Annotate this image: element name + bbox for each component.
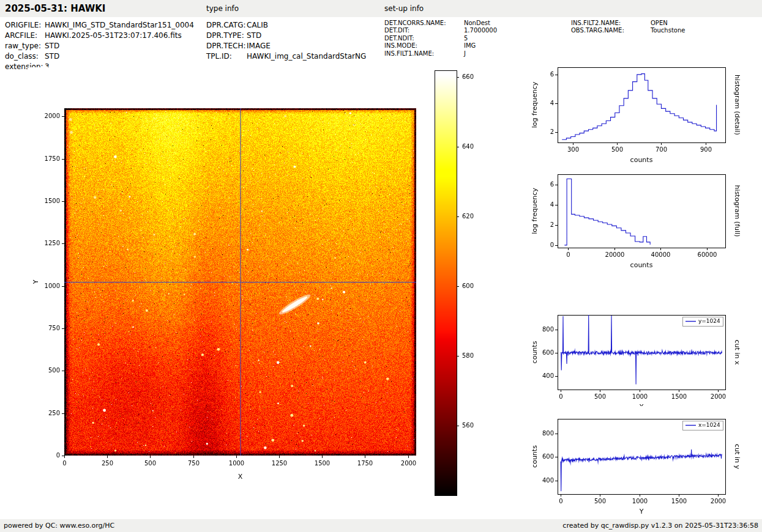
meta-label: INS.FILT2.NAME:: [571, 20, 651, 27]
header-bar: 2025-05-31: HAWKI type info set-up info: [0, 0, 762, 17]
meta-label: DPR.TYPE:: [206, 31, 247, 41]
meta-label: INS.MODE:: [384, 42, 464, 50]
meta-value: STD: [247, 31, 261, 41]
meta-value: CALIB: [247, 20, 268, 31]
meta-label: raw_type:: [5, 41, 45, 51]
meta-row: INS.FILT1.NAME:J: [384, 50, 497, 57]
meta-value: STD: [45, 51, 59, 62]
page-title: 2025-05-31: HAWKI: [5, 3, 105, 14]
meta-value: OPEN: [651, 20, 668, 27]
meta-label: ARCFILE:: [5, 31, 45, 41]
footer-left-text: powered by QC: www.eso.org/HC: [4, 522, 114, 530]
histogram-full-canvas: [526, 164, 762, 274]
meta-label: DET.NDIT:: [384, 35, 464, 42]
type-info-header: type info: [206, 4, 239, 13]
meta-value: HAWKI_img_cal_StandardStarNG: [247, 51, 366, 62]
meta-row: DET.NCORRS.NAME:NonDest: [384, 20, 497, 27]
meta-label: OBS.TARG.NAME:: [571, 27, 651, 34]
meta-value: HAWKI.2025-05-31T23:07:17.406.fits: [45, 31, 182, 41]
meta-row: DET.NDIT:5: [384, 35, 497, 42]
meta-row: OBS.TARG.NAME:Touchstone: [571, 27, 685, 34]
histogram-detail-canvas: [526, 56, 762, 165]
footer-right-text: created by qc_rawdisp.py v1.2.3 on 2025-…: [562, 522, 758, 530]
meta-row: DPR.CATG:CALIB: [206, 20, 366, 31]
meta-row: TPL.ID:HAWKI_img_cal_StandardStarNG: [206, 51, 366, 62]
setup-info-header: set-up info: [384, 4, 424, 13]
meta-row: ORIGFILE:HAWKI_IMG_STD_StandardStar151_0…: [5, 20, 194, 31]
raw-detector-image-canvas: [28, 67, 425, 495]
meta-row: DPR.TECH:IMAGE: [206, 41, 366, 51]
cut-in-x-canvas: [526, 304, 762, 415]
meta-row: DPR.TYPE:STD: [206, 31, 366, 41]
meta-row: do_class:STD: [5, 51, 194, 62]
meta-value: IMG: [464, 42, 476, 50]
meta-value: J: [464, 50, 466, 57]
meta-value: STD: [45, 41, 59, 51]
meta-row: INS.MODE:IMG: [384, 42, 497, 50]
meta-value: 5: [464, 35, 468, 42]
meta-value: 1.7000000: [464, 27, 497, 34]
meta-value: Touchstone: [651, 27, 685, 34]
setup-info2-block: INS.FILT2.NAME:OPENOBS.TARG.NAME:Touchst…: [571, 20, 685, 35]
meta-value: HAWKI_IMG_STD_StandardStar151_0004: [45, 20, 194, 31]
meta-row: DET.DIT:1.7000000: [384, 27, 497, 34]
type-info-block: DPR.CATG:CALIBDPR.TYPE:STDDPR.TECH:IMAGE…: [206, 20, 366, 62]
meta-row: raw_type:STD: [5, 41, 194, 51]
meta-row: INS.FILT2.NAME:OPEN: [571, 20, 685, 27]
footer-bar: powered by QC: www.eso.org/HC created by…: [0, 519, 762, 532]
meta-label: DET.NCORRS.NAME:: [384, 20, 464, 27]
meta-label: DPR.CATG:: [206, 20, 247, 31]
meta-value: IMAGE: [247, 41, 271, 51]
colorbar-canvas: [427, 67, 495, 501]
meta-label: DPR.TECH:: [206, 41, 247, 51]
meta-row: ARCFILE:HAWKI.2025-05-31T23:07:17.406.fi…: [5, 31, 194, 41]
meta-value: NonDest: [464, 20, 490, 27]
meta-label: ORIGFILE:: [5, 20, 45, 31]
meta-label: INS.FILT1.NAME:: [384, 50, 464, 57]
file-info-block: ORIGFILE:HAWKI_IMG_STD_StandardStar151_0…: [5, 20, 194, 72]
cut-in-y-canvas: [526, 406, 762, 517]
meta-label: DET.DIT:: [384, 27, 464, 34]
meta-label: do_class:: [5, 51, 45, 62]
setup-info-block: DET.NCORRS.NAME:NonDestDET.DIT:1.7000000…: [384, 20, 497, 57]
meta-label: TPL.ID:: [206, 51, 247, 62]
